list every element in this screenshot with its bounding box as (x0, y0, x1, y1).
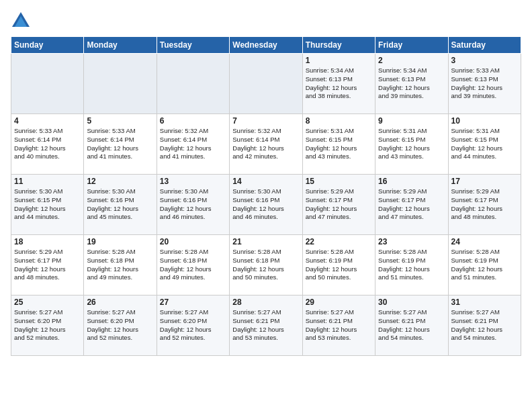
calendar-cell (230, 54, 302, 114)
calendar-cell: 20Sunrise: 5:28 AM Sunset: 6:18 PM Dayli… (157, 235, 229, 295)
calendar-cell: 1Sunrise: 5:34 AM Sunset: 6:13 PM Daylig… (302, 54, 375, 114)
calendar-cell: 28Sunrise: 5:27 AM Sunset: 6:21 PM Dayli… (230, 295, 302, 356)
calendar-header: SundayMondayTuesdayWednesdayThursdayFrid… (11, 37, 521, 54)
weekday-header-tuesday: Tuesday (157, 37, 229, 54)
calendar-cell: 16Sunrise: 5:29 AM Sunset: 6:17 PM Dayli… (375, 175, 448, 235)
day-info: Sunrise: 5:34 AM Sunset: 6:13 PM Dayligh… (306, 66, 372, 101)
day-info: Sunrise: 5:30 AM Sunset: 6:16 PM Dayligh… (232, 187, 299, 222)
calendar-week-2: 4Sunrise: 5:33 AM Sunset: 6:14 PM Daylig… (11, 114, 521, 175)
calendar-cell (157, 54, 229, 114)
day-number: 6 (160, 116, 226, 126)
page-header (11, 11, 521, 31)
day-number: 15 (306, 177, 372, 186)
day-info: Sunrise: 5:33 AM Sunset: 6:14 PM Dayligh… (14, 127, 81, 161)
calendar-cell: 23Sunrise: 5:28 AM Sunset: 6:19 PM Dayli… (375, 235, 448, 295)
day-info: Sunrise: 5:27 AM Sunset: 6:21 PM Dayligh… (232, 308, 299, 342)
calendar-cell: 5Sunrise: 5:33 AM Sunset: 6:14 PM Daylig… (84, 114, 157, 175)
calendar-cell: 3Sunrise: 5:33 AM Sunset: 6:13 PM Daylig… (448, 54, 521, 114)
weekday-header-friday: Friday (375, 37, 448, 54)
day-number: 3 (451, 56, 518, 65)
day-number: 9 (378, 116, 445, 126)
calendar-cell: 12Sunrise: 5:30 AM Sunset: 6:16 PM Dayli… (84, 175, 157, 235)
day-number: 30 (378, 298, 445, 307)
day-number: 27 (160, 298, 226, 307)
day-info: Sunrise: 5:28 AM Sunset: 6:18 PM Dayligh… (232, 248, 299, 282)
calendar-cell: 27Sunrise: 5:27 AM Sunset: 6:20 PM Dayli… (157, 295, 229, 356)
day-info: Sunrise: 5:33 AM Sunset: 6:14 PM Dayligh… (87, 127, 153, 161)
calendar-cell: 19Sunrise: 5:28 AM Sunset: 6:18 PM Dayli… (84, 235, 157, 295)
day-number: 25 (14, 298, 81, 307)
day-info: Sunrise: 5:28 AM Sunset: 6:19 PM Dayligh… (378, 248, 445, 282)
day-info: Sunrise: 5:27 AM Sunset: 6:20 PM Dayligh… (160, 308, 226, 342)
day-number: 29 (306, 298, 372, 307)
calendar-cell (11, 54, 84, 114)
day-number: 8 (306, 116, 372, 126)
calendar-cell: 29Sunrise: 5:27 AM Sunset: 6:21 PM Dayli… (302, 295, 375, 356)
day-number: 26 (87, 298, 153, 307)
calendar-cell: 9Sunrise: 5:31 AM Sunset: 6:15 PM Daylig… (375, 114, 448, 175)
day-info: Sunrise: 5:34 AM Sunset: 6:13 PM Dayligh… (378, 66, 445, 101)
day-number: 13 (160, 177, 226, 186)
calendar-cell: 8Sunrise: 5:31 AM Sunset: 6:15 PM Daylig… (302, 114, 375, 175)
day-info: Sunrise: 5:31 AM Sunset: 6:15 PM Dayligh… (378, 127, 445, 161)
weekday-header-monday: Monday (84, 37, 157, 54)
weekday-header-thursday: Thursday (302, 37, 375, 54)
calendar-cell: 7Sunrise: 5:32 AM Sunset: 6:14 PM Daylig… (230, 114, 302, 175)
day-number: 12 (87, 177, 153, 186)
calendar-cell: 14Sunrise: 5:30 AM Sunset: 6:16 PM Dayli… (230, 175, 302, 235)
weekday-header-saturday: Saturday (448, 37, 521, 54)
calendar-week-5: 25Sunrise: 5:27 AM Sunset: 6:20 PM Dayli… (11, 295, 521, 356)
calendar-cell: 18Sunrise: 5:29 AM Sunset: 6:17 PM Dayli… (11, 235, 84, 295)
calendar-cell: 10Sunrise: 5:31 AM Sunset: 6:15 PM Dayli… (448, 114, 521, 175)
day-number: 16 (378, 177, 445, 186)
day-number: 2 (378, 56, 445, 65)
day-info: Sunrise: 5:28 AM Sunset: 6:19 PM Dayligh… (306, 248, 372, 282)
calendar-cell (84, 54, 157, 114)
day-number: 28 (232, 298, 299, 307)
calendar-cell: 30Sunrise: 5:27 AM Sunset: 6:21 PM Dayli… (375, 295, 448, 356)
day-info: Sunrise: 5:31 AM Sunset: 6:15 PM Dayligh… (451, 127, 518, 161)
day-number: 20 (160, 237, 226, 246)
day-info: Sunrise: 5:28 AM Sunset: 6:18 PM Dayligh… (87, 248, 153, 282)
calendar-cell: 21Sunrise: 5:28 AM Sunset: 6:18 PM Dayli… (230, 235, 302, 295)
calendar-cell: 2Sunrise: 5:34 AM Sunset: 6:13 PM Daylig… (375, 54, 448, 114)
calendar-cell: 22Sunrise: 5:28 AM Sunset: 6:19 PM Dayli… (302, 235, 375, 295)
day-info: Sunrise: 5:27 AM Sunset: 6:21 PM Dayligh… (306, 308, 372, 342)
day-info: Sunrise: 5:30 AM Sunset: 6:16 PM Dayligh… (87, 187, 153, 222)
day-number: 11 (14, 177, 81, 186)
day-number: 18 (14, 237, 81, 246)
day-info: Sunrise: 5:30 AM Sunset: 6:15 PM Dayligh… (14, 187, 81, 222)
calendar-week-3: 11Sunrise: 5:30 AM Sunset: 6:15 PM Dayli… (11, 175, 521, 235)
logo-icon (11, 11, 31, 31)
calendar-cell: 31Sunrise: 5:27 AM Sunset: 6:21 PM Dayli… (448, 295, 521, 356)
day-number: 31 (451, 298, 518, 307)
day-number: 10 (451, 116, 518, 126)
day-info: Sunrise: 5:29 AM Sunset: 6:17 PM Dayligh… (378, 187, 445, 222)
day-number: 22 (306, 237, 372, 246)
day-info: Sunrise: 5:29 AM Sunset: 6:17 PM Dayligh… (451, 187, 518, 222)
weekday-header-sunday: Sunday (11, 37, 84, 54)
day-number: 21 (232, 237, 299, 246)
weekday-header-wednesday: Wednesday (230, 37, 302, 54)
day-number: 4 (14, 116, 81, 126)
day-info: Sunrise: 5:28 AM Sunset: 6:19 PM Dayligh… (451, 248, 518, 282)
day-info: Sunrise: 5:27 AM Sunset: 6:20 PM Dayligh… (87, 308, 153, 342)
day-info: Sunrise: 5:27 AM Sunset: 6:21 PM Dayligh… (378, 308, 445, 342)
day-info: Sunrise: 5:27 AM Sunset: 6:20 PM Dayligh… (14, 308, 81, 342)
calendar-table: SundayMondayTuesdayWednesdayThursdayFrid… (11, 36, 521, 356)
day-number: 17 (451, 177, 518, 186)
day-info: Sunrise: 5:29 AM Sunset: 6:17 PM Dayligh… (14, 248, 81, 282)
logo (11, 11, 34, 31)
day-number: 23 (378, 237, 445, 246)
day-info: Sunrise: 5:30 AM Sunset: 6:16 PM Dayligh… (160, 187, 226, 222)
day-info: Sunrise: 5:28 AM Sunset: 6:18 PM Dayligh… (160, 248, 226, 282)
calendar-cell: 15Sunrise: 5:29 AM Sunset: 6:17 PM Dayli… (302, 175, 375, 235)
calendar-cell: 4Sunrise: 5:33 AM Sunset: 6:14 PM Daylig… (11, 114, 84, 175)
day-number: 5 (87, 116, 153, 126)
day-info: Sunrise: 5:27 AM Sunset: 6:21 PM Dayligh… (451, 308, 518, 342)
day-info: Sunrise: 5:31 AM Sunset: 6:15 PM Dayligh… (306, 127, 372, 161)
day-number: 24 (451, 237, 518, 246)
day-info: Sunrise: 5:32 AM Sunset: 6:14 PM Dayligh… (160, 127, 226, 161)
day-number: 7 (232, 116, 299, 126)
calendar-cell: 24Sunrise: 5:28 AM Sunset: 6:19 PM Dayli… (448, 235, 521, 295)
